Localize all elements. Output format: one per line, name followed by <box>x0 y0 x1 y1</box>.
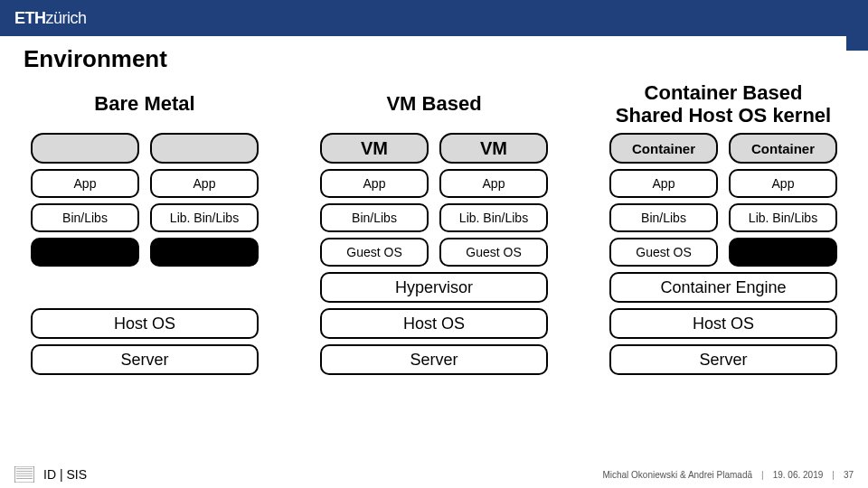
stack-unit-label <box>150 133 259 164</box>
footer: ID | SIS Michal Okoniewski & Andrei Plam… <box>0 466 868 483</box>
footer-right: Michal Okoniewski & Andrei Plamadă | 19.… <box>602 470 854 480</box>
cell-guest-os <box>150 238 259 267</box>
cell-libs: Lib. Bin/Libs <box>729 203 837 232</box>
cell-libs: Lib. Bin/Libs <box>439 203 548 232</box>
brand-bold: ETH <box>14 9 46 27</box>
cell-app: App <box>439 169 548 198</box>
cell-libs: Bin/Libs <box>31 203 139 232</box>
cell-libs: Bin/Libs <box>609 203 718 232</box>
hypervisor-spacer <box>31 272 259 303</box>
cell-hypervisor: Container Engine <box>609 272 837 303</box>
cell-guest-os <box>31 238 139 267</box>
stacks-row: AppBin/LibsAppLib. Bin/Libs <box>22 133 268 267</box>
stack-unit-label: VM <box>439 133 548 164</box>
cell-app: App <box>609 169 718 198</box>
cell-server: Server <box>31 344 259 375</box>
cell-server: Server <box>320 344 548 375</box>
stack-unit-label: VM <box>320 133 429 164</box>
cell-host-os: Host OS <box>320 308 548 339</box>
stacks-row: ContainerAppBin/LibsGuest OSContainerApp… <box>600 133 846 267</box>
cell-app: App <box>320 169 429 198</box>
column-0: Bare MetalAppBin/LibsAppLib. Bin/LibsHos… <box>22 80 268 375</box>
footer-sep-1: | <box>761 470 764 480</box>
column-heading: Bare Metal <box>94 80 194 127</box>
stack-unit-label: Container <box>609 133 718 164</box>
cell-guest-os: Guest OS <box>439 238 548 267</box>
cell-app: App <box>150 169 259 198</box>
cell-server: Server <box>609 344 837 375</box>
footer-date: 19. 06. 2019 <box>773 470 824 480</box>
page-body: Environment Bare MetalAppBin/LibsAppLib.… <box>0 36 868 375</box>
crest-icon <box>14 466 34 483</box>
stack-unit-label: Container <box>729 133 837 164</box>
stack-left: AppBin/Libs <box>31 133 139 267</box>
stacks-row: VMAppBin/LibsGuest OSVMAppLib. Bin/LibsG… <box>311 133 557 267</box>
columns-container: Bare MetalAppBin/LibsAppLib. Bin/LibsHos… <box>22 80 846 375</box>
stack-unit-label <box>31 133 139 164</box>
brand-logo: ETHzürich <box>14 9 87 28</box>
cell-libs: Bin/Libs <box>320 203 429 232</box>
cell-host-os: Host OS <box>31 308 259 339</box>
cell-guest-os <box>729 238 837 267</box>
footer-left: ID | SIS <box>43 467 87 482</box>
footer-sep-2: | <box>832 470 835 480</box>
footer-authors: Michal Okoniewski & Andrei Plamadă <box>602 470 752 480</box>
cell-guest-os: Guest OS <box>320 238 429 267</box>
cell-app: App <box>31 169 139 198</box>
cell-libs: Lib. Bin/Libs <box>150 203 259 232</box>
column-heading: Container Based Shared Host OS kernel <box>616 80 831 127</box>
stack-left: ContainerAppBin/LibsGuest OS <box>609 133 718 267</box>
brand-light: zürich <box>46 9 87 27</box>
stack-right: AppLib. Bin/Libs <box>150 133 259 267</box>
page-title: Environment <box>24 45 846 73</box>
stack-left: VMAppBin/LibsGuest OS <box>320 133 429 267</box>
cell-hypervisor: Hypervisor <box>320 272 548 303</box>
cell-app: App <box>729 169 837 198</box>
stack-right: ContainerAppLib. Bin/Libs <box>729 133 837 267</box>
footer-page: 37 <box>844 470 854 480</box>
top-bar: ETHzürich <box>0 0 868 36</box>
cell-guest-os: Guest OS <box>609 238 718 267</box>
column-2: Container Based Shared Host OS kernelCon… <box>600 80 846 375</box>
stack-right: VMAppLib. Bin/LibsGuest OS <box>439 133 548 267</box>
top-bar-accent <box>846 0 868 51</box>
cell-host-os: Host OS <box>609 308 837 339</box>
column-1: VM BasedVMAppBin/LibsGuest OSVMAppLib. B… <box>311 80 557 375</box>
column-heading: VM Based <box>386 80 481 127</box>
